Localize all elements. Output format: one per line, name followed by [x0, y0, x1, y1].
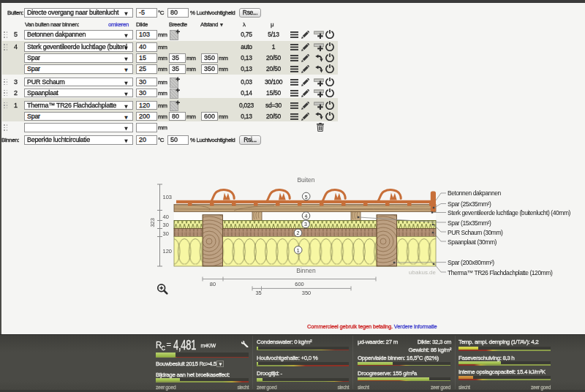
svg-text:30: 30: [163, 222, 169, 228]
svg-text:35: 35: [255, 290, 261, 296]
svg-text:5: 5: [305, 195, 308, 200]
svg-text:1: 1: [297, 248, 300, 253]
svg-text:Spar (15x35mm²): Spar (15x35mm²): [448, 219, 491, 227]
svg-text:40: 40: [163, 214, 169, 220]
svg-text:3: 3: [304, 222, 307, 227]
svg-text:Spaanplaat (30mm): Spaanplaat (30mm): [448, 238, 497, 246]
svg-text:323: 323: [149, 218, 156, 227]
svg-text:Sterk geventileerde luchtlage: Sterk geventileerde luchtlage (buitenluc…: [448, 209, 571, 216]
svg-text:Spar (25x35mm²): Spar (25x35mm²): [448, 200, 491, 208]
svg-text:350: 350: [302, 290, 312, 296]
svg-text:30: 30: [163, 230, 169, 237]
svg-text:Therma™ TR26 Flachdachplatte (: Therma™ TR26 Flachdachplatte (120mm): [448, 269, 553, 276]
svg-text:Buiten: Buiten: [297, 176, 314, 184]
svg-text:4: 4: [305, 214, 308, 219]
svg-text:120: 120: [163, 248, 173, 255]
svg-text:PUR Schaum (30mm): PUR Schaum (30mm): [448, 229, 503, 236]
svg-text:Spar (200x80mm²): Spar (200x80mm²): [448, 259, 494, 266]
svg-text:103: 103: [163, 194, 173, 200]
svg-text:Betonnen dakpannen: Betonnen dakpannen: [448, 189, 501, 197]
svg-text:ubakus.de: ubakus.de: [409, 269, 436, 276]
svg-text:2: 2: [297, 230, 300, 235]
svg-text:80: 80: [210, 281, 216, 287]
svg-text:Binnen: Binnen: [296, 267, 316, 274]
svg-text:600: 600: [295, 281, 304, 287]
